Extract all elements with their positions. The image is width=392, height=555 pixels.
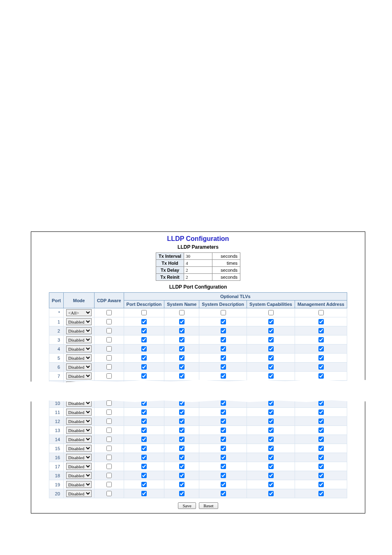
ma-checkbox[interactable] (318, 473, 324, 478)
ma-checkbox[interactable] (318, 437, 324, 442)
sc-checkbox[interactable] (268, 409, 274, 415)
sn-checkbox[interactable] (179, 328, 184, 333)
cdp-checkbox[interactable] (106, 346, 112, 352)
sd-checkbox[interactable] (221, 400, 226, 406)
pd-checkbox[interactable] (141, 491, 147, 496)
sd-checkbox[interactable] (221, 446, 226, 451)
tx-reinit-input[interactable] (184, 274, 212, 280)
mode-select[interactable]: Disabled (66, 427, 92, 434)
sd-checkbox[interactable] (221, 491, 226, 496)
sn-checkbox[interactable] (179, 482, 184, 487)
ma-checkbox[interactable] (318, 319, 324, 324)
sd-checkbox[interactable] (221, 373, 226, 379)
sc-checkbox[interactable] (268, 310, 274, 315)
pd-checkbox[interactable] (141, 346, 147, 352)
mode-select[interactable]: Disabled (66, 463, 92, 470)
mode-select[interactable]: Disabled (66, 481, 92, 488)
sc-checkbox[interactable] (268, 328, 274, 333)
ma-checkbox[interactable] (318, 464, 324, 469)
sc-checkbox[interactable] (268, 419, 274, 424)
sc-checkbox[interactable] (268, 355, 274, 361)
sd-checkbox[interactable] (221, 346, 226, 352)
sc-checkbox[interactable] (268, 400, 274, 406)
ma-checkbox[interactable] (318, 446, 324, 451)
ma-checkbox[interactable] (318, 491, 324, 496)
sn-checkbox[interactable] (179, 310, 184, 315)
mode-select[interactable]: Disabled (66, 318, 92, 325)
ma-checkbox[interactable] (318, 355, 324, 361)
sc-checkbox[interactable] (268, 346, 274, 352)
save-button[interactable]: Save (178, 502, 196, 509)
sn-checkbox[interactable] (179, 428, 184, 433)
mode-select[interactable]: Disabled (66, 372, 92, 379)
pd-checkbox[interactable] (141, 482, 147, 487)
pd-checkbox[interactable] (141, 409, 147, 415)
sd-checkbox[interactable] (221, 337, 226, 342)
pd-checkbox[interactable] (141, 373, 147, 379)
sn-checkbox[interactable] (179, 337, 184, 342)
mode-select[interactable]: Disabled (66, 354, 92, 361)
sn-checkbox[interactable] (179, 437, 184, 442)
pd-checkbox[interactable] (141, 437, 147, 442)
sd-checkbox[interactable] (221, 455, 226, 460)
sn-checkbox[interactable] (179, 373, 184, 379)
cdp-checkbox[interactable] (106, 482, 112, 487)
sd-checkbox[interactable] (221, 473, 226, 478)
sn-checkbox[interactable] (179, 491, 184, 496)
sd-checkbox[interactable] (221, 319, 226, 324)
mode-select[interactable]: <All> (66, 309, 92, 316)
sn-checkbox[interactable] (179, 446, 184, 451)
sd-checkbox[interactable] (221, 464, 226, 469)
sd-checkbox[interactable] (221, 419, 226, 424)
mode-select[interactable]: Disabled (66, 436, 92, 443)
ma-checkbox[interactable] (318, 364, 324, 370)
mode-select[interactable]: Disabled (66, 409, 92, 416)
sc-checkbox[interactable] (268, 464, 274, 469)
ma-checkbox[interactable] (318, 482, 324, 487)
sc-checkbox[interactable] (268, 455, 274, 460)
sd-checkbox[interactable] (221, 355, 226, 361)
pd-checkbox[interactable] (141, 464, 147, 469)
pd-checkbox[interactable] (141, 310, 147, 315)
ma-checkbox[interactable] (318, 373, 324, 379)
pd-checkbox[interactable] (141, 446, 147, 451)
sd-checkbox[interactable] (221, 310, 226, 315)
tx-delay-input[interactable] (184, 267, 212, 273)
sd-checkbox[interactable] (221, 482, 226, 487)
ma-checkbox[interactable] (318, 400, 324, 406)
cdp-checkbox[interactable] (106, 337, 112, 342)
ma-checkbox[interactable] (318, 328, 324, 333)
mode-select[interactable]: Disabled (66, 454, 92, 461)
pd-checkbox[interactable] (141, 455, 147, 460)
cdp-checkbox[interactable] (106, 419, 112, 424)
sn-checkbox[interactable] (179, 464, 184, 469)
sd-checkbox[interactable] (221, 409, 226, 415)
ma-checkbox[interactable] (318, 337, 324, 342)
mode-select[interactable]: Disabled (66, 345, 92, 352)
ma-checkbox[interactable] (318, 419, 324, 424)
sc-checkbox[interactable] (268, 446, 274, 451)
cdp-checkbox[interactable] (106, 328, 112, 333)
mode-select[interactable]: Disabled (66, 472, 92, 479)
pd-checkbox[interactable] (141, 319, 147, 324)
sc-checkbox[interactable] (268, 473, 274, 478)
mode-select[interactable]: Disabled (66, 418, 92, 425)
sn-checkbox[interactable] (179, 409, 184, 415)
mode-select[interactable]: Disabled (66, 445, 92, 452)
pd-checkbox[interactable] (141, 355, 147, 361)
cdp-checkbox[interactable] (106, 319, 112, 324)
cdp-checkbox[interactable] (106, 310, 112, 315)
sc-checkbox[interactable] (268, 373, 274, 379)
tx-interval-input[interactable] (184, 253, 212, 259)
sd-checkbox[interactable] (221, 428, 226, 433)
cdp-checkbox[interactable] (106, 473, 112, 478)
pd-checkbox[interactable] (141, 337, 147, 342)
sn-checkbox[interactable] (179, 419, 184, 424)
sc-checkbox[interactable] (268, 482, 274, 487)
sn-checkbox[interactable] (179, 319, 184, 324)
cdp-checkbox[interactable] (106, 373, 112, 379)
cdp-checkbox[interactable] (106, 455, 112, 460)
tx-hold-input[interactable] (184, 260, 212, 266)
pd-checkbox[interactable] (141, 419, 147, 424)
sc-checkbox[interactable] (268, 364, 274, 370)
